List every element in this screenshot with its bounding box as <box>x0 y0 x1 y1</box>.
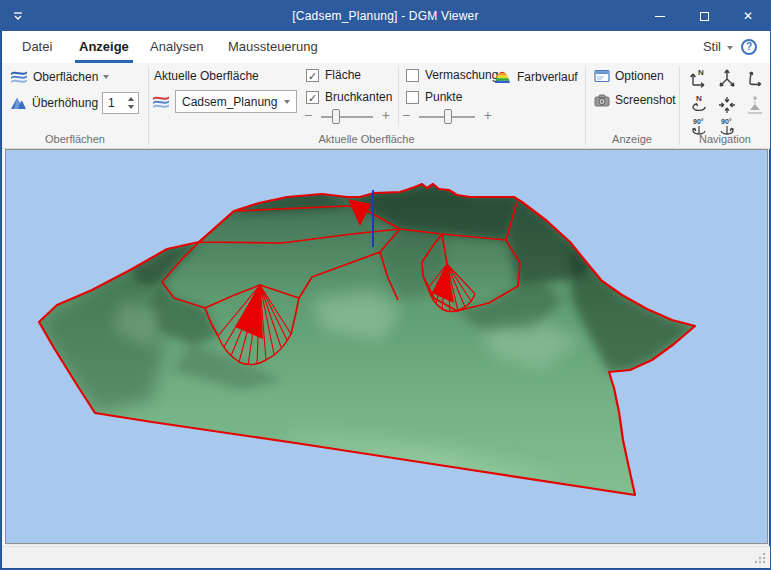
exaggeration-label-row: Überhöhung <box>10 95 98 110</box>
svg-text:N: N <box>696 94 702 103</box>
breakline-width-slider[interactable]: − + <box>304 109 390 125</box>
titlebar: [Cadsem_Planung] - DGM Viewer ✕ <box>1 1 770 31</box>
group-label-surfaces: Oberflächen <box>2 133 148 145</box>
maximize-button[interactable] <box>682 1 726 31</box>
terrain-3d-viewport[interactable] <box>5 149 768 544</box>
checkbox-bruchkanten[interactable]: ✓ Bruchkanten <box>306 90 392 104</box>
options-button[interactable]: Optionen <box>594 69 664 83</box>
slider-minus[interactable]: − <box>402 107 410 123</box>
gradient-icon <box>493 69 512 84</box>
spinner-down-icon[interactable] <box>128 105 134 109</box>
close-icon: ✕ <box>743 9 753 23</box>
exaggeration-value: 1 <box>108 96 115 110</box>
nav-center-icon[interactable] <box>716 94 738 116</box>
slider-plus[interactable]: + <box>382 107 390 123</box>
slider-plus[interactable]: + <box>484 107 492 123</box>
tab-analysen[interactable]: Analysen <box>148 31 205 63</box>
exaggeration-stepper[interactable]: 1 <box>102 92 139 114</box>
help-button[interactable]: ? <box>741 39 757 55</box>
mountain-icon <box>10 95 27 110</box>
surfaces-menu-button[interactable]: Oberflächen <box>10 69 109 84</box>
minimize-button[interactable] <box>638 1 682 31</box>
nav-axes-corner-icon[interactable] <box>744 67 766 89</box>
chevron-down-icon <box>103 75 109 79</box>
active-surface-header: Aktuelle Oberfläche <box>154 69 259 83</box>
group-label-display: Anzeige <box>585 133 679 145</box>
dgm-viewer-window: [Cadsem_Planung] - DGM Viewer ✕ Datei An… <box>0 0 771 570</box>
svg-text:90°: 90° <box>721 118 732 125</box>
chevron-down-icon <box>727 46 733 50</box>
style-dropdown[interactable]: Stil <box>703 31 733 63</box>
tab-anzeige[interactable]: Anzeige <box>77 31 131 63</box>
checkbox-icon: ✓ <box>306 69 319 82</box>
group-label-navigation: Navigation <box>679 133 771 145</box>
chevron-down-icon <box>284 100 290 104</box>
checkbox-vermaschung[interactable]: Vermaschung <box>406 68 498 82</box>
close-button[interactable]: ✕ <box>726 1 770 31</box>
slider-thumb[interactable] <box>444 109 452 124</box>
menu-bar: Datei Anzeige Analysen Maussteuerung Sti… <box>2 31 771 63</box>
active-surface-value: Cadsem_Planung <box>182 95 277 109</box>
resize-grip-icon[interactable] <box>753 551 765 563</box>
terrain-canvas[interactable] <box>6 150 767 543</box>
nav-elevation-icon[interactable] <box>744 94 766 116</box>
screenshot-button[interactable]: Screenshot <box>594 93 676 107</box>
maximize-icon <box>700 12 709 21</box>
window-controls: ✕ <box>638 1 770 31</box>
point-size-slider[interactable]: − + <box>402 109 492 125</box>
column-separator <box>398 67 399 125</box>
slider-thumb[interactable] <box>332 109 340 124</box>
options-window-icon <box>594 69 610 83</box>
terrain-surface <box>39 184 695 495</box>
checkbox-icon <box>406 91 419 104</box>
tab-maussteuerung[interactable]: Maussteuerung <box>226 31 320 63</box>
nav-view-north-icon[interactable]: N <box>688 67 710 89</box>
spinner-up-icon[interactable] <box>128 97 134 101</box>
minimize-icon <box>655 16 665 17</box>
svg-text:N: N <box>698 68 704 77</box>
nav-rotate-north-icon[interactable]: N <box>688 94 710 116</box>
slider-minus[interactable]: − <box>304 107 312 123</box>
slider-track[interactable] <box>321 116 373 118</box>
checkbox-icon <box>406 69 419 82</box>
svg-text:90°: 90° <box>693 118 704 125</box>
tab-datei[interactable]: Datei <box>20 31 54 63</box>
active-surface-select[interactable]: Cadsem_Planung <box>175 90 297 113</box>
surface-layers-icon <box>152 94 170 109</box>
navigation-group: N N 90° <box>686 65 770 141</box>
checkbox-punkte[interactable]: Punkte <box>406 90 462 104</box>
layers-icon <box>10 69 28 84</box>
status-bar <box>2 546 771 568</box>
ribbon: Oberflächen Überhöhung 1 Oberflächen Akt… <box>2 63 771 149</box>
checkbox-flaeche[interactable]: ✓ Fläche <box>306 68 361 82</box>
nav-axes-3d-icon[interactable] <box>716 67 738 89</box>
camera-icon <box>594 93 610 107</box>
farbverlauf-button[interactable]: Farbverlauf <box>493 69 578 84</box>
checkbox-icon: ✓ <box>306 91 319 104</box>
group-label-active-surface: Aktuelle Oberfläche <box>148 133 585 145</box>
